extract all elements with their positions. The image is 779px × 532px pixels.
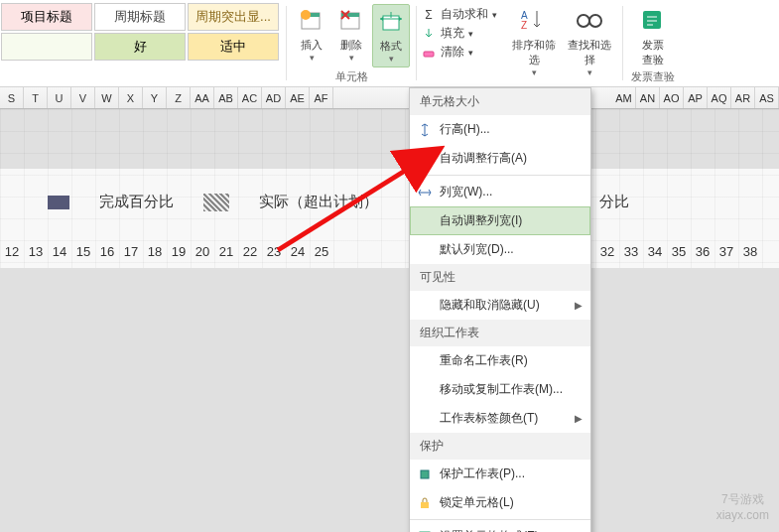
style-item[interactable]: 项目标题 (1, 3, 92, 31)
column-header[interactable]: S (0, 87, 24, 108)
menu-autofit-row[interactable]: 自动调整行高(A) (410, 144, 590, 173)
format-button[interactable]: 格式▾ (372, 4, 410, 67)
style-item[interactable]: 好 (94, 33, 186, 61)
fill-icon (421, 26, 437, 42)
col-width-icon (416, 185, 434, 200)
menu-header: 单元格大小 (410, 88, 590, 115)
group-label: 单元格 (335, 67, 368, 86)
column-header[interactable]: W (95, 87, 119, 108)
svg-rect-13 (421, 502, 429, 508)
worksheet[interactable]: 完成百分比 实际（超出计划） 分比 1213141516171819202122… (0, 109, 779, 532)
column-header[interactable]: AN (636, 87, 660, 108)
column-header[interactable]: AR (731, 87, 755, 108)
menu-header: 组织工作表 (410, 320, 590, 346)
invoice-icon (637, 4, 669, 36)
menu-move-copy-sheet[interactable]: 移动或复制工作表(M)... (410, 375, 590, 404)
svg-rect-5 (383, 16, 399, 30)
menu-protect-sheet[interactable]: 保护工作表(P)... (410, 460, 590, 488)
style-item[interactable]: 周期标题 (94, 3, 186, 31)
legend-label: 完成百分比 (99, 193, 174, 211)
number-row: 1213141516171819202122232425 (0, 244, 333, 259)
find-select-button[interactable]: 查找和选择▾ (563, 4, 616, 77)
styles-gallery[interactable]: 项目标题 周期标题 周期突出显... 好 适中 (0, 0, 286, 86)
number-row: 32333435363738 (595, 244, 762, 259)
column-header[interactable]: AF (310, 87, 333, 108)
eraser-icon (421, 45, 437, 61)
delete-button[interactable]: 删除▾ (332, 4, 370, 67)
binoculars-icon (574, 4, 605, 36)
sort-filter-button[interactable]: AZ 排序和筛选▾ (507, 4, 561, 77)
watermark: 7号游戏 xiayx.com (716, 491, 769, 522)
menu-row-height[interactable]: 行高(H)... (410, 115, 590, 144)
svg-point-9 (578, 15, 589, 27)
svg-rect-6 (424, 52, 434, 57)
menu-col-width[interactable]: 列宽(W)... (410, 178, 590, 206)
protect-icon (416, 466, 434, 482)
column-header[interactable]: AD (262, 87, 286, 108)
svg-point-10 (589, 15, 601, 27)
sigma-icon: Σ (421, 7, 437, 23)
clear-button[interactable]: 清除▾ (421, 44, 497, 61)
format-cells-icon (416, 529, 434, 533)
menu-format-cells[interactable]: 设置单元格格式(E)... (410, 522, 590, 532)
group-label: 发票查验 (631, 67, 675, 86)
ribbon: 项目标题 周期标题 周期突出显... 好 适中 插入▾ 删除▾ 格式▾ (0, 0, 779, 87)
column-header[interactable]: T (24, 87, 48, 108)
svg-point-2 (301, 10, 311, 20)
column-header[interactable]: U (48, 87, 71, 108)
column-header[interactable]: X (119, 87, 143, 108)
column-header[interactable]: AQ (708, 87, 731, 108)
sort-icon: AZ (518, 4, 550, 36)
invoice-group: 发票 查验 发票查验 (623, 0, 683, 86)
column-header[interactable]: AO (660, 87, 684, 108)
sort-group: AZ 排序和筛选▾ 查找和选择▾ (501, 0, 622, 86)
format-menu: 单元格大小 行高(H)... 自动调整行高(A) 列宽(W)... 自动调整列宽… (409, 87, 591, 532)
column-header[interactable]: AS (755, 87, 779, 108)
column-header[interactable]: AP (684, 87, 708, 108)
delete-icon (335, 4, 367, 36)
autosum-button[interactable]: Σ自动求和▾ (421, 6, 497, 23)
legend: 完成百分比 实际（超出计划） (48, 193, 378, 211)
column-header[interactable]: AE (286, 87, 310, 108)
menu-default-width[interactable]: 默认列宽(D)... (410, 235, 590, 264)
cells-group: 插入▾ 删除▾ 格式▾ 单元格 (287, 0, 416, 86)
style-item[interactable]: 适中 (188, 33, 279, 61)
column-header[interactable]: Y (143, 87, 167, 108)
column-header[interactable]: Z (167, 87, 191, 108)
insert-icon (296, 4, 327, 36)
row-height-icon (416, 122, 434, 138)
column-header[interactable]: V (71, 87, 95, 108)
svg-rect-12 (421, 470, 429, 478)
style-item[interactable] (1, 33, 92, 61)
menu-header: 保护 (410, 433, 590, 460)
menu-header: 可见性 (410, 264, 590, 291)
column-header[interactable]: AA (191, 87, 214, 108)
menu-lock-cells[interactable]: 锁定单元格(L) (410, 488, 590, 517)
legend-swatch (48, 196, 69, 209)
editing-group-small: Σ自动求和▾ 填充▾ 清除▾ (417, 0, 501, 86)
insert-button[interactable]: 插入▾ (293, 4, 330, 67)
svg-rect-11 (643, 11, 661, 29)
legend-label: 实际（超出计划） (259, 193, 378, 211)
invoice-button[interactable]: 发票 查验 (629, 4, 677, 67)
menu-hide-unhide[interactable]: 隐藏和取消隐藏(U)▶ (410, 291, 590, 320)
menu-tab-color[interactable]: 工作表标签颜色(T)▶ (410, 404, 590, 433)
fill-button[interactable]: 填充▾ (421, 25, 497, 42)
svg-text:Z: Z (521, 20, 527, 31)
column-header[interactable]: AC (238, 87, 262, 108)
format-icon (375, 5, 407, 37)
menu-rename-sheet[interactable]: 重命名工作表(R) (410, 346, 590, 375)
column-headers: STUVWXYZAAABACADAEAF AMANAOAPAQARAS (0, 87, 779, 109)
lock-icon (416, 495, 434, 511)
menu-autofit-col[interactable]: 自动调整列宽(I) (410, 206, 590, 235)
style-item[interactable]: 周期突出显... (188, 3, 279, 31)
column-header[interactable]: AM (612, 87, 636, 108)
legend-swatch (203, 194, 229, 211)
column-header[interactable]: AB (214, 87, 238, 108)
legend-label: 分比 (599, 193, 629, 211)
